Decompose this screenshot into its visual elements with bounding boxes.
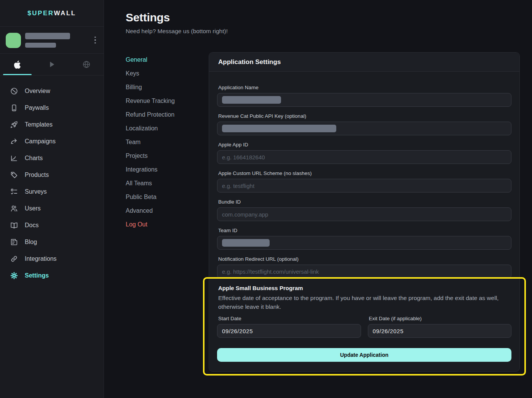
sidebar-item-charts[interactable]: Charts	[0, 150, 104, 167]
sidebar-item-settings[interactable]: Settings	[0, 267, 104, 284]
settings-nav-general[interactable]: General	[126, 53, 202, 67]
logo-accent-text: $UPER	[27, 10, 54, 17]
field-label: Apple Custom URL Scheme (no slashes)	[217, 170, 511, 176]
exit-date-input[interactable]	[368, 324, 512, 338]
sidebar-item-label: Templates	[25, 121, 53, 128]
settings-nav: General Keys Billing Revenue Tracking Re…	[126, 53, 202, 231]
sidebar-item-blog[interactable]: Blog	[0, 234, 104, 250]
account-team-redacted	[25, 43, 56, 48]
settings-nav-localization[interactable]: Localization	[126, 122, 202, 135]
sidebar-item-label: Products	[25, 172, 49, 178]
account-switcher[interactable]	[0, 27, 104, 54]
page-subtitle: Need help? Message us (bottom right)!	[126, 28, 228, 35]
page-title: Settings	[126, 11, 170, 24]
sidebar-item-label: Integrations	[25, 255, 57, 262]
field-label: Exit Date (if applicable)	[368, 316, 512, 321]
globe-icon	[82, 60, 91, 69]
redacted-value	[222, 125, 336, 132]
field-label: Revenue Cat Public API Key (optional)	[217, 113, 511, 119]
sidebar-item-label: Overview	[25, 88, 50, 95]
field-apple-app-id: Apple App ID	[217, 142, 511, 164]
field-label: Team ID	[217, 228, 511, 233]
sidebar-item-label: Users	[25, 205, 41, 212]
settings-nav-billing[interactable]: Billing	[126, 80, 202, 94]
settings-nav-all-teams[interactable]: All Teams	[126, 177, 202, 190]
settings-nav-log-out[interactable]: Log Out	[126, 218, 202, 231]
google-play-icon	[48, 60, 56, 69]
field-label: Bundle ID	[217, 199, 511, 205]
link-icon	[10, 255, 18, 263]
book-icon	[10, 221, 18, 229]
field-notification-redirect-url: Notification Redirect URL (optional)	[217, 256, 511, 278]
sidebar-item-templates[interactable]: Templates	[0, 116, 104, 133]
sidebar: $UPERWALL Overview	[0, 0, 104, 398]
account-avatar[interactable]	[6, 33, 21, 48]
apple-icon	[13, 61, 21, 69]
apple-custom-url-scheme-input[interactable]	[217, 179, 511, 193]
section-description: Effective date of acceptance to the prog…	[217, 294, 511, 311]
team-id-input[interactable]	[217, 236, 511, 250]
panel-body: Application Name Revenue Cat Public API …	[209, 72, 519, 362]
superwall-logo[interactable]: $UPERWALL	[0, 0, 104, 27]
redacted-value	[222, 239, 270, 247]
settings-nav-revenue-tracking[interactable]: Revenue Tracking	[126, 94, 202, 108]
apple-small-business-program-section: Apple Small Business Program Effective d…	[217, 285, 511, 362]
tab-apple[interactable]	[0, 54, 35, 75]
rocket-icon	[10, 120, 18, 129]
field-application-name: Application Name	[217, 85, 511, 107]
application-settings-panel: Application Settings Application Name Re…	[209, 52, 520, 372]
sidebar-item-label: Settings	[25, 272, 49, 279]
settings-nav-integrations[interactable]: Integrations	[126, 163, 202, 177]
revenuecat-api-key-input[interactable]	[217, 122, 511, 135]
sidebar-item-campaigns[interactable]: Campaigns	[0, 133, 104, 150]
sidebar-item-docs[interactable]: Docs	[0, 217, 104, 234]
field-label: Notification Redirect URL (optional)	[217, 256, 511, 262]
section-title: Apple Small Business Program	[217, 285, 511, 291]
settings-nav-public-beta[interactable]: Public Beta	[126, 190, 202, 204]
sidebar-item-paywalls[interactable]: Paywalls	[0, 100, 104, 116]
tab-google-play[interactable]	[35, 54, 69, 75]
settings-nav-advanced[interactable]: Advanced	[126, 204, 202, 218]
settings-nav-refund-protection[interactable]: Refund Protection	[126, 108, 202, 122]
field-apple-custom-url-scheme: Apple Custom URL Scheme (no slashes)	[217, 170, 511, 193]
sidebar-item-label: Charts	[25, 155, 43, 162]
sidebar-item-users[interactable]: Users	[0, 200, 104, 217]
tab-web[interactable]	[69, 54, 104, 75]
settings-nav-team[interactable]: Team	[126, 135, 202, 149]
application-name-input[interactable]	[217, 93, 511, 107]
field-bundle-id: Bundle ID	[217, 199, 511, 221]
account-name-redacted	[25, 33, 70, 39]
update-application-button[interactable]: Update Application	[217, 348, 511, 362]
sidebar-nav: Overview Paywalls Templates Campaigns Ch…	[0, 75, 104, 284]
panel-header: Application Settings	[209, 53, 519, 72]
field-label: Application Name	[217, 85, 511, 90]
field-label: Start Date	[217, 316, 361, 321]
phone-icon	[10, 104, 18, 112]
sidebar-item-label: Surveys	[25, 188, 47, 195]
checklist-icon	[10, 188, 18, 196]
sidebar-item-label: Blog	[25, 239, 37, 246]
logo-rest-text: WALL	[54, 10, 76, 17]
sidebar-item-integrations[interactable]: Integrations	[0, 250, 104, 267]
notification-redirect-url-input[interactable]	[217, 265, 511, 278]
sidebar-item-overview[interactable]: Overview	[0, 83, 104, 100]
tag-icon	[10, 171, 18, 179]
start-date-input[interactable]	[217, 324, 361, 338]
users-icon	[10, 204, 18, 213]
gear-icon	[10, 271, 18, 280]
clock-icon	[10, 87, 18, 95]
field-team-id: Team ID	[217, 228, 511, 250]
start-date-field: Start Date	[217, 316, 361, 338]
sidebar-item-label: Paywalls	[25, 104, 49, 111]
sidebar-item-label: Campaigns	[25, 138, 56, 145]
sidebar-item-label: Docs	[25, 222, 38, 229]
apple-app-id-input[interactable]	[217, 150, 511, 164]
account-menu-kebab-icon[interactable]	[91, 34, 100, 47]
settings-nav-keys[interactable]: Keys	[126, 67, 202, 80]
sidebar-item-surveys[interactable]: Surveys	[0, 183, 104, 200]
sidebar-item-products[interactable]: Products	[0, 167, 104, 183]
bundle-id-input[interactable]	[217, 207, 511, 221]
settings-nav-projects[interactable]: Projects	[126, 149, 202, 163]
redacted-value	[222, 96, 281, 104]
panel-title: Application Settings	[218, 58, 281, 66]
